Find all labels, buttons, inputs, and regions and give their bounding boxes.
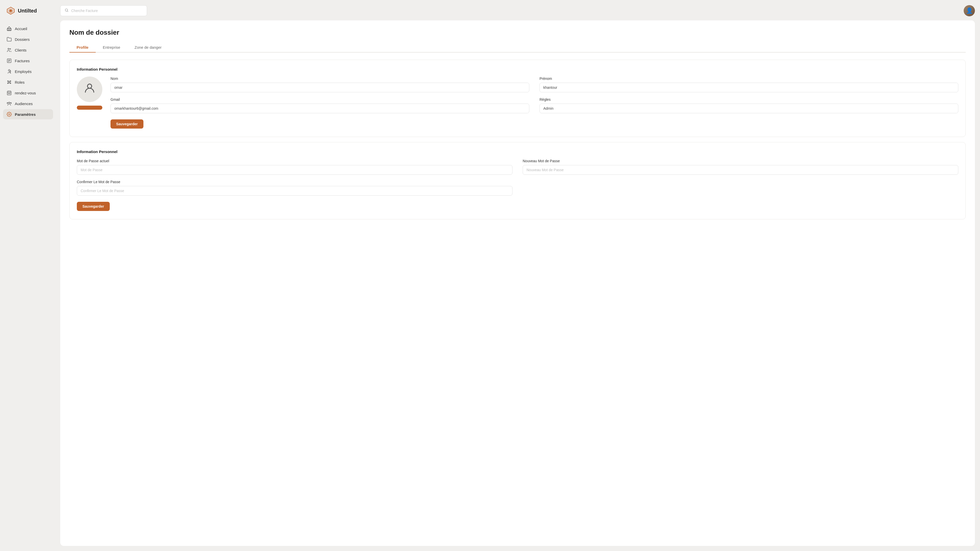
sidebar-item-factures[interactable]: Factures (3, 56, 53, 66)
page-title: Nom de dossier (69, 29, 966, 37)
personal-form-fields: Nom Prènom Gmail (110, 76, 958, 129)
password-section: Information Personnel Mot de Passe actue… (69, 142, 966, 219)
prenom-label: Prènom (539, 76, 958, 81)
sidebar-item-roles[interactable]: Roles (3, 77, 53, 87)
avatar: 👤 (964, 5, 975, 16)
sidebar-item-label: Accueil (15, 27, 27, 31)
sidebar-item-employes[interactable]: Employés (3, 66, 53, 76)
roles-icon (6, 79, 12, 85)
regles-input[interactable] (539, 103, 958, 113)
nom-input[interactable] (110, 83, 529, 92)
svg-point-21 (88, 84, 92, 88)
sidebar-item-label: Factures (15, 59, 30, 63)
password-row-current-new: Mot de Passe actuel Nouveau Mot de Passe (77, 159, 958, 175)
svg-point-3 (10, 48, 11, 49)
svg-point-2 (8, 48, 9, 49)
svg-point-13 (8, 94, 9, 94)
tabs-bar: Profile Entreprise Zone de danger (69, 43, 966, 52)
form-group-gmail: Gmail (110, 97, 529, 113)
svg-point-18 (11, 103, 11, 103)
search-icon (65, 8, 68, 13)
svg-point-17 (7, 103, 8, 103)
svg-point-20 (65, 9, 68, 11)
employes-icon (6, 69, 12, 74)
section-title-password: Information Personnel (77, 149, 958, 154)
sidebar-item-label: Dossiers (15, 37, 30, 41)
save-password-button[interactable]: Sauvegarder (77, 202, 110, 211)
form-row-gmail-regles: Gmail Règles (110, 97, 958, 113)
new-password-input[interactable] (523, 165, 958, 175)
gmail-input[interactable] (110, 103, 529, 113)
sidebar-item-parametres[interactable]: Paramètres (3, 109, 53, 119)
form-group-new-password: Nouveau Mot de Passe (523, 159, 958, 175)
form-row-nom-prenom: Nom Prènom (110, 76, 958, 92)
home-icon (6, 26, 12, 31)
gmail-label: Gmail (110, 97, 529, 102)
sidebar-item-label: Employés (15, 69, 32, 74)
avatar-upload-area (77, 76, 102, 110)
logo-text: Untilted (18, 8, 37, 14)
calendar-icon (6, 90, 12, 95)
sidebar-nav: Accueil Dossiers Clients (0, 24, 56, 119)
sidebar-item-label: Clients (15, 48, 27, 52)
form-group-confirm-password: Confirmer Le Mot de Passe (77, 180, 512, 196)
svg-point-6 (10, 71, 11, 72)
svg-point-19 (9, 114, 10, 115)
current-password-label: Mot de Passe actuel (77, 159, 512, 163)
confirm-password-label: Confirmer Le Mot de Passe (77, 180, 512, 184)
confirm-password-input[interactable] (77, 186, 512, 196)
sidebar-item-label: Audiences (15, 102, 33, 106)
personal-info-section: Information Personnel (69, 60, 966, 137)
sidebar-item-accueil[interactable]: Accueil (3, 24, 53, 34)
form-group-nom: Nom (110, 76, 529, 92)
svg-rect-1 (7, 29, 11, 30)
svg-rect-12 (7, 91, 11, 95)
svg-point-7 (9, 82, 10, 83)
sidebar-item-dossiers[interactable]: Dossiers (3, 34, 53, 44)
tab-zone-danger[interactable]: Zone de danger (127, 43, 169, 52)
header: 👤 (60, 5, 975, 16)
tab-profile[interactable]: Profile (69, 43, 96, 52)
folder-icon (6, 37, 12, 42)
regles-label: Règles (539, 97, 958, 102)
form-group-current-password: Mot de Passe actuel (77, 159, 512, 175)
current-password-input[interactable] (77, 165, 512, 175)
sidebar-item-clients[interactable]: Clients (3, 45, 53, 55)
svg-point-14 (9, 94, 10, 94)
person-icon (83, 82, 96, 97)
svg-point-9 (10, 81, 11, 81)
new-password-label: Nouveau Mot de Passe (523, 159, 958, 163)
svg-point-16 (9, 102, 10, 103)
factures-icon (6, 58, 12, 63)
password-form: Mot de Passe actuel Nouveau Mot de Passe… (77, 159, 958, 211)
tab-entreprise[interactable]: Entreprise (96, 43, 127, 52)
content-card: Nom de dossier Profile Entreprise Zone d… (60, 21, 975, 546)
sidebar-item-label: Roles (15, 80, 24, 84)
form-group-prenom: Prènom (539, 76, 958, 92)
sidebar-item-label: rendez-vous (15, 91, 36, 95)
svg-point-0 (10, 10, 12, 12)
sidebar-item-rendez-vous[interactable]: rendez-vous (3, 88, 53, 98)
prenom-input[interactable] (539, 83, 958, 92)
svg-point-8 (7, 81, 8, 81)
nom-label: Nom (110, 76, 529, 81)
form-group-regles: Règles (539, 97, 958, 113)
profile-avatar (77, 76, 102, 102)
audiences-icon (6, 101, 12, 106)
sidebar: Untilted Accueil Dossiers (0, 0, 56, 551)
settings-icon (6, 112, 12, 117)
save-personal-button[interactable]: Sauvegarder (110, 119, 143, 129)
logo-area: Untilted (0, 6, 56, 24)
search-input[interactable] (71, 9, 143, 13)
confirm-password-row: Confirmer Le Mot de Passe (77, 180, 512, 196)
clients-icon (6, 48, 12, 52)
logo-icon (6, 6, 15, 15)
search-bar[interactable] (60, 5, 147, 16)
svg-point-15 (10, 94, 11, 94)
sidebar-item-label: Paramètres (15, 112, 36, 117)
sidebar-item-audiences[interactable]: Audiences (3, 98, 53, 109)
profile-layout: Nom Prènom Gmail (77, 76, 958, 129)
main-content: 👤 Nom de dossier Profile Entreprise Zone… (56, 0, 980, 551)
upload-photo-button[interactable] (77, 106, 102, 110)
section-title-personal: Information Personnel (77, 67, 958, 71)
